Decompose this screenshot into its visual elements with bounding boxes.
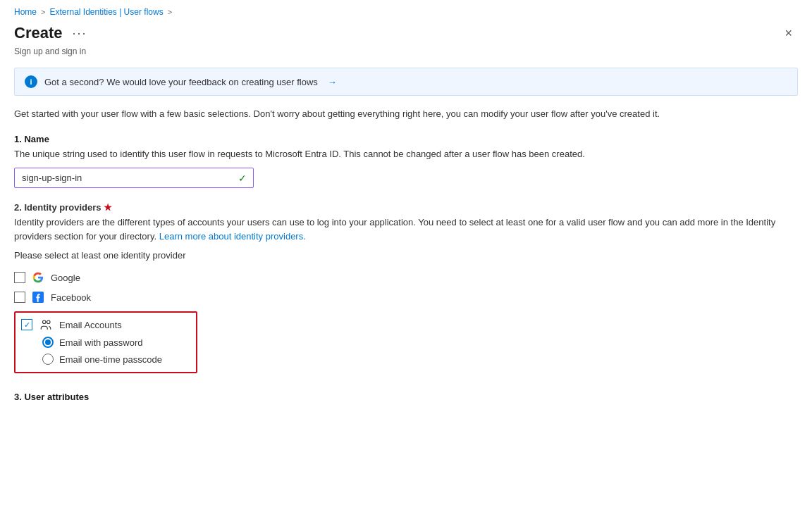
radio-email-password-circle	[42, 337, 54, 348]
select-prompt: Please select at least one identity prov…	[14, 250, 798, 261]
email-sub-options: Email with password Email one-time passc…	[21, 337, 187, 365]
header-left: Create ···	[14, 24, 90, 42]
breadcrumb-external-identities[interactable]: External Identities | User flows	[49, 7, 163, 17]
provider-item-google: Google	[14, 272, 798, 283]
breadcrumb-sep-1: >	[41, 8, 45, 16]
email-accounts-label: Email Accounts	[59, 320, 122, 330]
main-content: Get started with your user flow with a f…	[0, 107, 812, 402]
svg-point-1	[43, 320, 47, 324]
facebook-label: Facebook	[51, 292, 91, 303]
google-icon	[32, 272, 44, 283]
people-icon	[39, 318, 52, 331]
page-title: Create	[14, 24, 62, 42]
section-name: 1. Name The unique string used to identi…	[14, 134, 798, 203]
section-user-attributes: 3. User attributes	[14, 392, 798, 402]
identity-providers-title: 2. Identity providers★	[14, 202, 798, 213]
provider-item-facebook: Facebook	[14, 292, 798, 303]
provider-list: Google Facebook ✓	[14, 272, 798, 385]
page-header: Create ··· ×	[0, 21, 812, 46]
checkbox-check-icon: ✓	[24, 320, 30, 330]
radio-email-password[interactable]: Email with password	[42, 337, 187, 348]
section-name-desc: The unique string used to identify this …	[14, 147, 798, 161]
close-button[interactable]: ×	[779, 24, 798, 42]
radio-email-password-label: Email with password	[59, 337, 143, 348]
user-attributes-title: 3. User attributes	[14, 392, 798, 402]
facebook-icon	[32, 292, 44, 303]
svg-point-2	[47, 320, 51, 324]
feedback-text: Got a second? We would love your feedbac…	[44, 77, 318, 87]
email-accounts-section: ✓ Email Accounts	[14, 311, 197, 373]
breadcrumb-sep-2: >	[168, 8, 172, 16]
radio-email-otp-circle	[42, 354, 54, 365]
identity-providers-desc: Identity providers are the different typ…	[14, 216, 798, 243]
info-icon: i	[25, 75, 37, 88]
input-checkmark: ✓	[238, 173, 247, 184]
feedback-banner: i Got a second? We would love your feedb…	[14, 68, 798, 96]
feedback-link[interactable]: →	[328, 77, 337, 87]
breadcrumb: Home > External Identities | User flows …	[0, 0, 812, 21]
section-name-title: 1. Name	[14, 134, 798, 144]
google-checkbox[interactable]	[14, 272, 25, 283]
name-input-wrapper: ✓	[14, 168, 254, 188]
page-subtitle: Sign up and sign in	[0, 46, 812, 63]
required-marker: ★	[104, 202, 112, 213]
email-accounts-header: ✓ Email Accounts	[21, 318, 187, 331]
facebook-checkbox[interactable]	[14, 292, 25, 303]
learn-more-link[interactable]: Learn more about identity providers.	[159, 231, 306, 242]
google-label: Google	[51, 273, 80, 283]
more-button[interactable]: ···	[69, 27, 90, 39]
name-input[interactable]	[14, 168, 254, 188]
radio-email-otp[interactable]: Email one-time passcode	[42, 354, 187, 365]
intro-text: Get started with your user flow with a f…	[14, 107, 798, 121]
email-accounts-checkbox[interactable]: ✓	[21, 319, 32, 330]
radio-email-otp-label: Email one-time passcode	[59, 354, 162, 365]
breadcrumb-home[interactable]: Home	[14, 7, 37, 17]
section-identity: 2. Identity providers★ Identity provider…	[14, 202, 798, 385]
